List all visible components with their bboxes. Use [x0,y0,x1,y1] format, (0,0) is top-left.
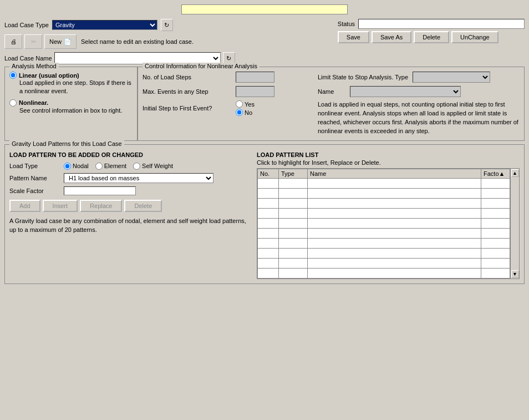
col-name-header: Name [308,169,481,178]
status-label: Status [338,21,355,27]
self-weight-label: Self Weight [142,163,173,169]
scale-factor-label: Scale Factor [9,188,59,194]
self-weight-radio[interactable] [133,163,140,170]
initial-step-label: Initial Step to First Event? [143,105,231,112]
element-radio[interactable] [95,163,103,170]
save-button[interactable]: Save [338,31,369,43]
load-case-type-refresh-button[interactable]: ↻ [161,19,173,31]
scissors-button[interactable]: ✂ [24,34,42,49]
list-click-text: Click to highlight for Insert, Replace o… [257,159,520,166]
pattern-name-label: Pattern Name [9,175,59,181]
nonlinear-option: Nonlinear. See control information in bo… [9,99,133,115]
table-row[interactable] [258,258,510,268]
no-of-load-steps-input[interactable] [236,72,274,83]
add-button[interactable]: Add [9,200,40,212]
col-type-header: Type [279,169,308,178]
no-label: No [245,109,252,116]
linear-option: Linear (usual option) Load applied in on… [9,72,133,96]
table-row[interactable] [258,188,510,198]
save-as-button[interactable]: Save As [372,31,411,43]
limit-state-select[interactable] [413,72,490,83]
limit-state-label: Limit State to Stop Analysis. Type [318,74,408,80]
load-case-name-label: Load Case Name [4,55,52,62]
table-row[interactable] [258,268,510,278]
replace-button[interactable]: Replace [80,200,122,212]
insert-button[interactable]: Insert [43,200,78,212]
gravity-section-title: Gravity Load Patterns for this Load Case [9,140,124,147]
load-pattern-list-section: LOAD PATTERN LIST Click to highlight for… [257,151,520,279]
title-bar: LOAD CASES [4,4,525,14]
linear-label: Linear (usual option) [19,72,79,79]
load-type-radios: Nodal Element Self Weight [64,163,173,170]
yes-radio-label[interactable]: Yes [236,100,255,108]
nodal-radio-label[interactable]: Nodal [64,163,89,170]
load-case-type-label: Load Case Type [4,22,49,28]
name-select[interactable] [350,86,461,97]
description-text: Load is applied in equal steps, not coun… [318,100,520,136]
info-text: A Gravity load case be any combination o… [9,216,248,235]
initial-step-no-radio[interactable] [236,109,243,116]
table-row[interactable] [258,178,510,188]
linear-desc: Load applied in one step. Stops if there… [19,79,133,96]
load-pattern-table-container: No. Type Name Facto▲ [257,168,520,279]
table-row[interactable] [258,208,510,218]
load-case-type-select[interactable]: Gravity Modal Response Spectrum [52,20,157,30]
self-weight-radio-label[interactable]: Self Weight [133,163,173,170]
nodal-label: Nodal [73,163,89,169]
help-text: Select name to edit an existing load cas… [81,38,194,45]
pattern-name-select[interactable]: H1 load based on masses [64,173,213,183]
load-pattern-table: No. Type Name Facto▲ [257,169,510,279]
table-row[interactable] [258,198,510,208]
nonlinear-radio[interactable] [9,99,17,107]
new-label: New [49,38,62,45]
scroll-up-button[interactable]: ▲ [511,169,519,177]
delete-button[interactable]: Delete [414,31,449,43]
col-no-header: No. [258,169,279,178]
control-info-title: Control Information for Nonlinear Analys… [143,63,260,69]
analysis-method-title: Analysis Method [9,63,59,69]
no-of-load-steps-label: No. of Load Steps [143,74,231,80]
load-pattern-add-section: LOAD PATTERN TO BE ADDED OR CHANGED Load… [9,151,248,279]
table-row[interactable] [258,238,510,248]
status-field: There are 1 load cases of this type. [358,19,525,29]
nonlinear-label: Nonlinear. [19,99,48,106]
linear-radio[interactable] [9,72,17,79]
print-button[interactable]: 🖨 [4,34,22,49]
delete-pattern-button[interactable]: Delete [124,200,162,212]
load-type-label: Load Type [9,163,59,169]
new-icon: 📄 [64,38,72,45]
element-label: Element [104,163,126,169]
name-label: Name [318,88,345,95]
unchange-button[interactable]: UnChange [451,31,499,43]
table-row[interactable] [258,248,510,258]
title-input: LOAD CASES [181,4,348,14]
no-radio-label[interactable]: No [236,109,255,116]
max-events-input[interactable] [236,86,274,97]
scale-factor-input[interactable] [64,186,136,195]
initial-step-yes-radio[interactable] [236,100,243,108]
scrollbar-track [511,178,519,270]
nodal-radio[interactable] [64,163,71,170]
list-scrollbar[interactable]: ▲ ▼ [510,169,519,279]
table-row[interactable] [258,228,510,238]
scroll-down-button[interactable]: ▼ [511,270,519,278]
add-section-header: LOAD PATTERN TO BE ADDED OR CHANGED [9,151,248,158]
nonlinear-desc: See control information in box to right. [19,107,133,115]
col-facto-header: Facto▲ [481,169,510,178]
element-radio-label[interactable]: Element [95,163,126,170]
max-events-label: Max. Events in any Step [143,88,231,95]
table-row[interactable] [258,218,510,228]
yes-label: Yes [245,101,255,108]
new-button[interactable]: New📄 [44,34,77,49]
list-section-header: LOAD PATTERN LIST [257,151,520,158]
